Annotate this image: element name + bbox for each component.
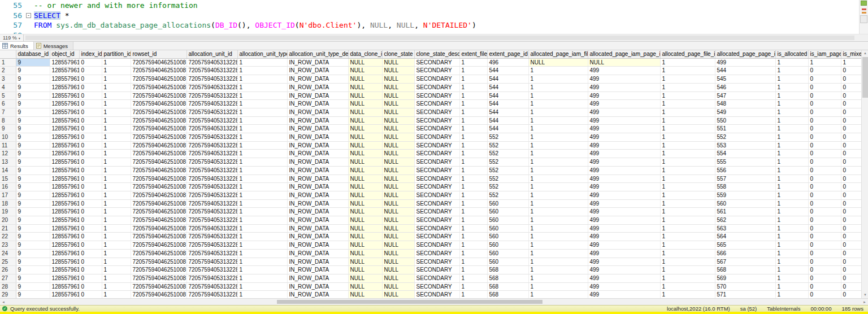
grid-cell[interactable]: 1 [660,91,715,100]
grid-cell[interactable]: NULL [382,175,414,183]
grid-cell[interactable]: 567 [715,258,775,266]
grid-cell[interactable]: 9 [16,58,50,67]
grid-cell[interactable]: 9 [16,83,50,91]
grid-cell[interactable]: 1 [237,58,287,67]
grid-cell[interactable]: 1 [660,166,715,175]
grid-cell[interactable]: 1 [459,191,487,199]
grid-cell[interactable]: 1 [775,91,808,100]
grid-cell[interactable]: 1 [237,166,287,175]
grid-cell[interactable]: 1 [775,224,808,233]
grid-cell[interactable]: 1 [237,100,287,108]
grid-cell[interactable]: 1 [102,158,131,167]
grid-cell[interactable]: 571 [715,291,775,298]
grid-cell[interactable]: 1 [102,233,131,241]
grid-hscrollbar[interactable]: ◄ ► [0,298,868,305]
grid-cell[interactable]: 0 [808,116,841,125]
grid-cell[interactable]: 72057594053132288 [186,241,237,250]
grid-cell[interactable]: 499 [588,183,660,191]
grid-cell[interactable]: 1 [102,150,131,158]
grid-cell[interactable]: 550 [715,116,775,125]
grid-cell[interactable]: 1285579618 [50,224,79,233]
grid-cell[interactable]: 72057594053132288 [186,191,237,199]
grid-cell[interactable]: IN_ROW_DATA [287,258,348,266]
grid-cell[interactable]: 1 [459,241,487,250]
grid-cell[interactable]: NULL [348,75,382,84]
grid-cell[interactable]: SECONDARY [414,291,459,298]
grid-cell[interactable]: 0 [79,216,102,225]
grid-cell[interactable]: 1285579618 [50,166,79,175]
grid-cell[interactable]: 1 [528,249,588,258]
grid-cell[interactable]: 1 [775,266,808,274]
grid-cell[interactable]: 560 [487,233,528,241]
grid-cell[interactable]: 568 [487,282,528,291]
grid-cell[interactable]: 9 [16,208,50,216]
grid-cell[interactable]: 9 [16,224,50,233]
sql-editor[interactable]: 55-- or newer and with more information5… [0,0,868,34]
grid-cell[interactable]: 0 [79,141,102,150]
grid-cell[interactable]: 499 [588,291,660,298]
grid-cell[interactable]: 1 [660,216,715,225]
grid-cell[interactable]: 553 [715,141,775,150]
grid-cell[interactable]: 551 [715,125,775,133]
grid-cell[interactable]: 0 [79,91,102,100]
grid-cell[interactable]: 560 [487,249,528,258]
grid-cell[interactable]: 499 [588,166,660,175]
grid-cell[interactable]: 9 [16,282,50,291]
grid-cell[interactable]: 547 [715,91,775,100]
grid-cell[interactable]: 0 [808,133,841,142]
grid-cell[interactable]: 0 [808,83,841,91]
grid-cell[interactable]: 1 [102,191,131,199]
column-header[interactable]: clone_state [382,50,414,58]
grid-cell[interactable]: NULL [382,150,414,158]
grid-cell[interactable]: 9 [16,175,50,183]
grid-cell[interactable]: 544 [487,75,528,84]
row-number[interactable]: 6 [0,100,16,108]
grid-cell[interactable]: 1 [102,266,131,274]
grid-cell[interactable]: 0 [79,125,102,133]
grid-cell[interactable]: 566 [715,249,775,258]
grid-cell[interactable]: 1 [808,58,841,67]
grid-cell[interactable]: 565 [715,241,775,250]
grid-cell[interactable]: NULL [348,67,382,75]
zoom-control[interactable]: 119 % ▾ [0,34,24,41]
grid-cell[interactable]: 72057594046251008 [131,108,186,116]
grid-cell[interactable]: 1 [459,282,487,291]
grid-cell[interactable]: NULL [348,166,382,175]
row-number[interactable]: 5 [0,91,16,100]
grid-cell[interactable]: 72057594046251008 [131,216,186,225]
grid-cell[interactable]: 72057594053132288 [186,175,237,183]
grid-cell[interactable]: 0 [808,291,841,298]
grid-cell[interactable]: 1 [102,175,131,183]
grid-cell[interactable]: 9 [16,141,50,150]
grid-cell[interactable]: 0 [79,75,102,84]
grid-cell[interactable]: 1285579618 [50,100,79,108]
grid-cell[interactable]: NULL [382,125,414,133]
grid-cell[interactable]: 499 [588,100,660,108]
grid-cell[interactable]: 72057594053132288 [186,100,237,108]
grid-cell[interactable]: 1 [528,199,588,208]
grid-cell[interactable]: 1 [528,67,588,75]
grid-cell[interactable]: 1 [775,125,808,133]
grid-cell[interactable]: 1285579618 [50,91,79,100]
grid-cell[interactable]: 560 [715,199,775,208]
grid-cell[interactable]: IN_ROW_DATA [287,125,348,133]
grid-cell[interactable]: 1 [459,291,487,298]
grid-cell[interactable]: 1 [102,274,131,282]
grid-cell[interactable]: 1 [660,199,715,208]
grid-cell[interactable]: 72057594053132288 [186,224,237,233]
grid-cell[interactable]: 1285579618 [50,175,79,183]
grid-cell[interactable]: 499 [588,249,660,258]
grid-cell[interactable]: 1 [660,116,715,125]
grid-cell[interactable]: 1 [459,274,487,282]
grid-cell[interactable]: 1 [237,141,287,150]
grid-cell[interactable]: 9 [16,158,50,167]
grid-cell[interactable]: 1 [775,216,808,225]
grid-cell[interactable]: 9 [16,125,50,133]
grid-cell[interactable]: 499 [588,75,660,84]
grid-cell[interactable]: NULL [382,91,414,100]
row-number[interactable]: 24 [0,249,16,258]
grid-cell[interactable]: NULL [348,133,382,142]
grid-cell[interactable]: 1 [660,83,715,91]
grid-cell[interactable]: 0 [808,282,841,291]
grid-cell[interactable]: 1 [775,158,808,167]
